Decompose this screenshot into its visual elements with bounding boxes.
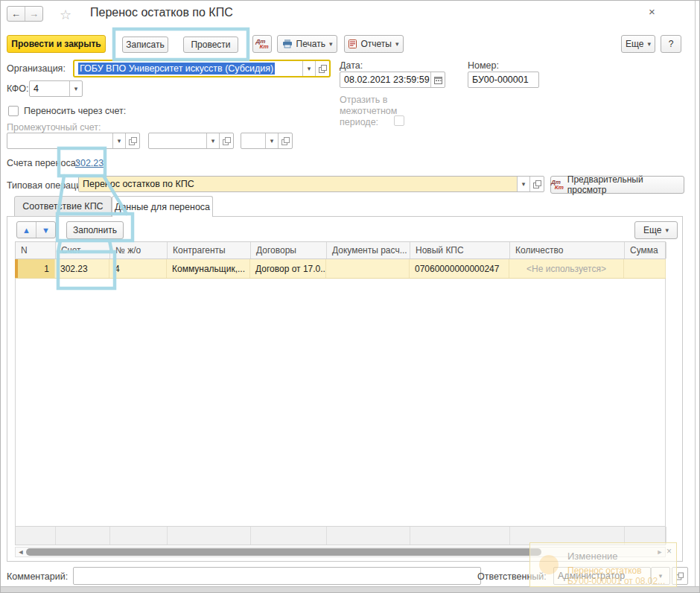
interim-account-label: Промежуточный счет: [7, 122, 101, 133]
interim-account-combo-1[interactable]: ▾ [7, 133, 140, 149]
save-button[interactable]: Записать [122, 37, 168, 53]
transfer-accounts-link[interactable]: 302.23 [75, 158, 104, 168]
interim-account-combo-2[interactable]: ▾ [148, 133, 234, 149]
preview-label: Предварительный просмотр [567, 174, 684, 195]
toast-line1[interactable]: Перенос остатков [567, 565, 642, 576]
open-link-icon[interactable] [315, 61, 329, 76]
open-link-icon[interactable] [529, 177, 544, 191]
post-and-close-button[interactable]: Провести и закрыть [7, 35, 106, 53]
table-row[interactable]: 1 302.23 4 Коммунальщик,... Договор от 1… [15, 259, 666, 279]
notification-toast[interactable]: Изменение Перенос остатков БУ00-000001 о… [529, 542, 677, 587]
cell-journal[interactable]: 4 [109, 259, 167, 278]
toast-title: Изменение [567, 551, 618, 562]
more-button[interactable]: Еще ▾ [621, 35, 655, 53]
column-header[interactable]: N [16, 242, 56, 259]
interperiod-label-1: Отразить в [340, 95, 387, 105]
move-down-icon[interactable]: ▼ [36, 222, 55, 238]
chevron-down-icon[interactable]: ▾ [69, 81, 82, 96]
dtkt-icon: ДтКт [551, 179, 564, 191]
column-header[interactable]: № ж/о [110, 242, 168, 259]
number-label: Номер: [468, 60, 499, 71]
cell-contract[interactable]: Договор от 17.0... [250, 259, 326, 278]
date-field[interactable]: 08.02.2021 23:59:59 [340, 72, 445, 88]
cell-sum[interactable] [624, 259, 666, 278]
table-more-label: Еще [643, 225, 661, 235]
interperiod-checkbox[interactable] [394, 115, 404, 126]
page-title: Перенос остатков по КПС [90, 6, 233, 19]
kfo-combo[interactable]: 4 ▾ [29, 80, 83, 97]
column-header[interactable]: Договоры [251, 242, 327, 259]
favorite-star-icon[interactable]: ☆ [60, 7, 71, 23]
operation-combo[interactable]: Перенос остатков по КПС ▾ [78, 176, 544, 192]
organization-value: ГОБУ ВПО Университет искусств (Субсидия) [78, 63, 275, 74]
column-header[interactable]: Сумма [625, 242, 666, 259]
scrollbar-thumb[interactable] [26, 548, 541, 556]
operation-label: Типовая операция: [7, 180, 89, 191]
window-bottom-border [1, 586, 700, 593]
open-link-icon[interactable] [125, 133, 139, 148]
cell-settlement-docs[interactable] [326, 259, 410, 278]
fill-button[interactable]: Заполнить [66, 221, 124, 239]
date-label: Дата: [340, 60, 363, 71]
forward-icon[interactable]: → [25, 7, 42, 21]
date-value: 08.02.2021 23:59:59 [340, 72, 430, 87]
chevron-down-icon[interactable]: ▾ [206, 133, 219, 148]
back-icon[interactable]: ← [7, 7, 25, 21]
calendar-icon[interactable] [430, 72, 445, 87]
post-button[interactable]: Провести [183, 37, 238, 53]
dtkt-icon: ДтКт [256, 38, 269, 50]
interim-account-combo-3[interactable]: ▾ [241, 133, 293, 149]
chevron-down-icon[interactable]: ▾ [112, 133, 125, 148]
printer-icon [282, 39, 293, 48]
comment-input[interactable] [73, 567, 481, 585]
reports-button[interactable]: Отчеты ▾ [344, 35, 404, 53]
open-link-icon[interactable] [278, 133, 292, 148]
more-label: Еще [626, 39, 643, 49]
close-icon[interactable]: × [649, 5, 655, 18]
open-link-icon[interactable] [219, 133, 233, 148]
comment-label: Комментарий: [7, 571, 68, 582]
cell-quantity[interactable]: <Не используется> [509, 259, 624, 278]
move-row-group: ▲ ▼ [16, 221, 56, 238]
operation-value: Перенос остатков по КПС [79, 177, 517, 191]
column-header[interactable]: Количество [510, 242, 625, 259]
print-button[interactable]: Печать ▾ [277, 35, 337, 53]
column-header[interactable]: Документы расч... [327, 242, 410, 259]
chevron-down-icon[interactable]: ▾ [302, 61, 315, 76]
preview-button[interactable]: ДтКт Предварительный просмотр [550, 176, 684, 194]
table-empty-area [15, 279, 666, 526]
kfo-value: 4 [30, 81, 69, 96]
cell-account[interactable]: 302.23 [55, 259, 109, 278]
chevron-down-icon[interactable]: ▾ [265, 133, 278, 148]
chevron-down-icon[interactable]: ▾ [517, 177, 529, 191]
organization-label: Организация: [7, 63, 66, 74]
column-header[interactable]: Новый КПС [410, 242, 510, 259]
column-header[interactable]: Счет [56, 242, 110, 259]
toast-close-icon[interactable]: × [666, 546, 672, 556]
chevron-down-icon: ▾ [647, 40, 651, 48]
help-button[interactable]: ? [661, 35, 681, 53]
column-header[interactable]: Контрагенты [168, 242, 251, 259]
number-field[interactable]: БУ00-000001 [468, 72, 539, 88]
window-right-border [695, 1, 696, 586]
cell-n[interactable]: 1 [15, 259, 55, 278]
toast-line2: БУ00-000001 от 08.02... [567, 576, 665, 586]
table-more-button[interactable]: Еще ▾ [634, 221, 678, 239]
toast-icon [539, 555, 559, 574]
via-account-label: Переносить через счет: [24, 106, 126, 116]
move-up-icon[interactable]: ▲ [17, 222, 36, 238]
tab-transfer-data[interactable]: Данные для переноса [112, 196, 213, 217]
via-account-checkbox[interactable] [8, 106, 19, 116]
scroll-left-icon[interactable]: ◄ [16, 548, 26, 556]
kfo-label: КФО: [7, 83, 29, 94]
document-window: ← → ☆ Перенос остатков по КПС × Провести… [0, 0, 700, 593]
table-header: N Счет № ж/о Контрагенты Договоры Докуме… [15, 241, 666, 259]
tab-kps-match[interactable]: Соответствие КПС [14, 196, 112, 217]
number-value: БУ00-000001 [468, 72, 538, 87]
cell-counterparty[interactable]: Коммунальщик,... [167, 259, 250, 278]
chevron-down-icon: ▾ [329, 40, 333, 48]
dtkt-postings-button[interactable]: ДтКт [252, 35, 272, 53]
organization-combo[interactable]: ГОБУ ВПО Университет искусств (Субсидия)… [73, 60, 331, 77]
nav-history-group: ← → [7, 6, 43, 22]
cell-new-kps[interactable]: 07060000000000247 [410, 259, 509, 278]
